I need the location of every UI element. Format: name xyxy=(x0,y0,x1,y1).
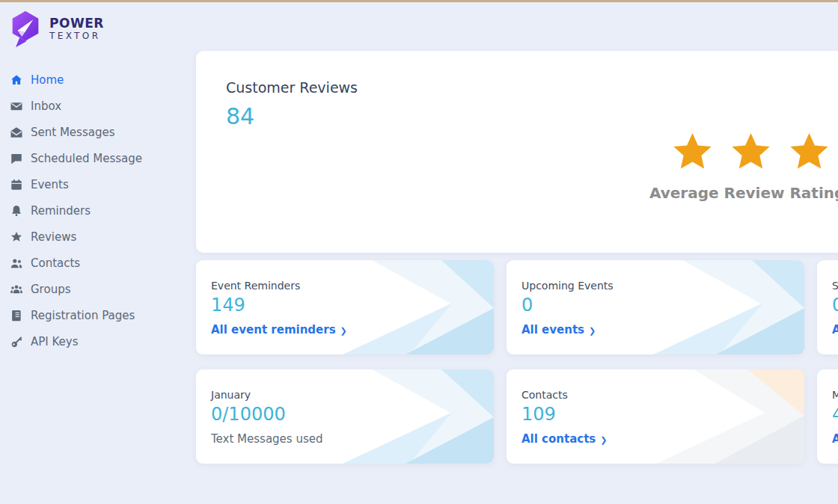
home-icon xyxy=(10,73,23,87)
stat-card-partial-bottom: M 4 A xyxy=(817,369,838,464)
customer-reviews-title: Customer Reviews xyxy=(226,79,358,96)
stat-card-contacts: Contacts 109 All contacts ❯ xyxy=(507,369,804,464)
card-subtitle: Text Messages used xyxy=(211,432,494,446)
card-value: 0 xyxy=(522,295,804,316)
sidebar-item-reviews[interactable]: Reviews xyxy=(0,224,187,250)
sidebar-item-label: API Keys xyxy=(31,335,79,348)
sidebar-item-scheduled-message[interactable]: Scheduled Message xyxy=(0,145,187,171)
sidebar-item-groups[interactable]: Groups xyxy=(0,276,187,302)
all-event-reminders-link[interactable]: All event reminders ❯ xyxy=(211,323,347,336)
stat-card-event-reminders: Event Reminders 149 All event reminders … xyxy=(196,260,494,354)
contacts-icon xyxy=(10,256,23,270)
registration-pages-icon xyxy=(10,309,23,322)
brand-line2: TEXTOR xyxy=(49,31,104,42)
card-title: M xyxy=(832,389,838,401)
stat-cards-row-1: Event Reminders 149 All event reminders … xyxy=(196,260,838,354)
sidebar-item-label: Inbox xyxy=(31,99,61,113)
groups-icon xyxy=(10,283,23,296)
stat-card-january-usage: January 0/10000 Text Messages used xyxy=(196,369,494,464)
card-content: Event Reminders 149 All event reminders … xyxy=(196,260,494,336)
card-value: 0/10000 xyxy=(211,404,494,425)
sidebar-item-inbox[interactable]: Inbox xyxy=(0,93,187,119)
card-title: Contacts xyxy=(522,389,804,401)
stat-cards-row-2: January 0/10000 Text Messages used Conta… xyxy=(196,369,838,464)
sidebar-item-sent-messages[interactable]: Sent Messages xyxy=(0,119,187,145)
chevron-right-icon: ❯ xyxy=(340,327,347,335)
sidebar-item-api-keys[interactable]: API Keys xyxy=(0,328,187,354)
sidebar-nav: Home Inbox Sent Messages Scheduled Messa… xyxy=(0,67,187,354)
customer-reviews-count: 84 xyxy=(226,103,254,129)
card-content: Contacts 109 All contacts ❯ xyxy=(507,369,804,446)
stat-card-upcoming-events: Upcoming Events 0 All events ❯ xyxy=(507,260,804,354)
partial-link[interactable]: A xyxy=(832,323,838,336)
link-label: A xyxy=(832,323,838,336)
scheduled-message-icon xyxy=(10,152,23,165)
card-title: Upcoming Events xyxy=(522,280,804,292)
customer-reviews-panel: Customer Reviews 84 Average Review Ratin… xyxy=(196,51,838,253)
star-icon xyxy=(671,130,714,173)
star-rating xyxy=(671,130,831,173)
stat-card-partial-top: Sc 0 A xyxy=(817,260,838,354)
sidebar-item-registration-pages[interactable]: Registration Pages xyxy=(0,302,187,328)
sidebar-item-label: Reviews xyxy=(31,230,76,244)
card-value: 149 xyxy=(211,295,494,316)
card-value: 109 xyxy=(522,404,804,425)
card-title: Event Reminders xyxy=(211,280,494,292)
card-value: 4 xyxy=(832,404,838,425)
sidebar-item-label: Registration Pages xyxy=(31,309,135,322)
all-contacts-link[interactable]: All contacts ❯ xyxy=(522,432,608,446)
sidebar-item-home[interactable]: Home xyxy=(0,67,187,93)
link-label: All events xyxy=(522,323,584,336)
sidebar-item-label: Events xyxy=(31,178,69,191)
sidebar-item-contacts[interactable]: Contacts xyxy=(0,250,187,276)
reminders-icon xyxy=(10,204,23,218)
all-events-link[interactable]: All events ❯ xyxy=(522,323,596,336)
card-title: Sc xyxy=(832,280,838,292)
average-rating-label: Average Review Rating= xyxy=(649,184,838,202)
card-content: January 0/10000 Text Messages used xyxy=(196,369,494,446)
events-icon xyxy=(10,178,23,191)
main-content: Customer Reviews 84 Average Review Ratin… xyxy=(196,51,838,253)
link-label: All contacts xyxy=(522,432,596,446)
brand-line1: POWER xyxy=(49,16,104,31)
sidebar-item-label: Sent Messages xyxy=(31,126,114,139)
chevron-right-icon: ❯ xyxy=(600,436,607,444)
card-content: Sc 0 A xyxy=(817,260,838,336)
card-content: M 4 A xyxy=(817,369,838,446)
chevron-right-icon: ❯ xyxy=(589,327,596,335)
reviews-icon xyxy=(10,230,23,244)
sidebar-item-reminders[interactable]: Reminders xyxy=(0,197,187,224)
sidebar: POWER TEXTOR Home Inbox Sent Messages xyxy=(0,2,187,504)
sidebar-item-label: Scheduled Message xyxy=(31,152,142,165)
sidebar-item-label: Contacts xyxy=(31,256,80,270)
card-value: 0 xyxy=(832,295,838,316)
sent-messages-icon xyxy=(10,126,23,139)
sidebar-item-events[interactable]: Events xyxy=(0,171,187,197)
brand-name: POWER TEXTOR xyxy=(49,16,104,41)
card-content: Upcoming Events 0 All events ❯ xyxy=(507,260,804,336)
star-icon xyxy=(788,130,831,173)
brand-logo[interactable]: POWER TEXTOR xyxy=(0,2,187,49)
partial-link[interactable]: A xyxy=(832,432,838,446)
card-title: January xyxy=(211,389,494,401)
sidebar-item-label: Reminders xyxy=(31,204,91,218)
link-label: A xyxy=(832,432,838,446)
power-textor-logo-icon xyxy=(8,10,43,49)
sidebar-item-label: Groups xyxy=(31,283,70,296)
star-icon xyxy=(730,130,772,173)
inbox-icon xyxy=(10,99,23,113)
link-label: All event reminders xyxy=(211,323,336,336)
sidebar-item-label: Home xyxy=(31,73,64,87)
api-keys-icon xyxy=(10,335,23,348)
